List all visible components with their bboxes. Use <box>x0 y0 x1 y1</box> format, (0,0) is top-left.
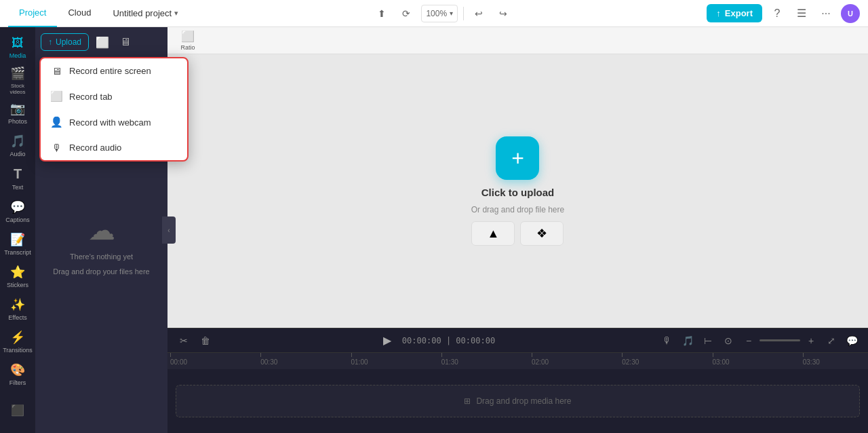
tab-cloud[interactable]: Cloud <box>57 0 102 27</box>
timeline-mic-button[interactable]: 🎙 <box>659 333 675 349</box>
sidebar-item-media[interactable]: 🖼 Media <box>3 33 33 62</box>
timeline-fullscreen-button[interactable]: ⤢ <box>823 333 840 349</box>
sidebar-label-captions: Captions <box>5 216 30 223</box>
time-current: 00:00:00 <box>402 336 441 345</box>
left-panel: ↑ Upload ⬜ 🖥 🖥 Record entire screen ⬜ Re… <box>35 27 167 433</box>
sidebar-item-transcript[interactable]: 📝 Transcript <box>3 229 33 259</box>
sidebar-label-photos: Photos <box>8 118 27 125</box>
export-button[interactable]: ↑ Export <box>707 4 762 22</box>
ruler-mark-0: 00:00 <box>170 353 187 366</box>
sidebar-label-transcript: Transcript <box>4 249 31 256</box>
google-drive-button[interactable]: ▲ <box>471 221 515 246</box>
filters-icon: 🎨 <box>10 362 25 377</box>
topbar-left: Project Cloud Untitled project ▾ <box>8 0 178 27</box>
more-button[interactable]: ··· <box>816 4 835 23</box>
time-total: 00:00:00 <box>456 336 495 345</box>
timeline-split-button[interactable]: ⊢ <box>700 333 716 349</box>
ruler-mark-6: 03:00 <box>713 353 730 366</box>
panel-collapse-handle[interactable]: ‹ <box>162 216 176 244</box>
cloud-upload-icon: ☁ <box>88 214 115 246</box>
time-display: 00:00:00 | 00:00:00 <box>402 336 495 345</box>
project-title: Untitled project <box>113 8 172 18</box>
upload-button[interactable]: ↑ Upload <box>41 33 89 51</box>
drive-icon: ▲ <box>488 227 500 241</box>
upload-plus-button[interactable]: + <box>496 136 539 180</box>
export-label: Export <box>725 8 753 18</box>
zoom-minus-button[interactable]: − <box>741 333 757 349</box>
redo-button[interactable]: ↪ <box>494 4 513 23</box>
move-tool[interactable]: ⟳ <box>397 4 416 23</box>
dropbox-button[interactable]: ❖ <box>520 221 564 246</box>
sidebar-bottom-item[interactable]: ⬛ <box>3 392 33 428</box>
ruler-mark-1: 00:30 <box>260 353 277 366</box>
transitions-icon: ⚡ <box>10 330 25 345</box>
avatar[interactable]: U <box>841 4 860 23</box>
record-tab-label: Record tab <box>69 92 113 102</box>
sidebar-item-stock[interactable]: 🎬 Stockvideos <box>3 65 33 95</box>
timeline-cut-button[interactable]: ✂ <box>176 333 192 349</box>
record-tab-item[interactable]: ⬜ Record tab <box>41 83 187 109</box>
media-icon: 🖼 <box>12 36 24 50</box>
sidebar-item-transitions[interactable]: ⚡ Transitions <box>3 327 33 357</box>
ruler-mark-3: 01:30 <box>441 353 458 366</box>
record-audio-icon: 🎙 <box>50 142 62 153</box>
topbar: Project Cloud Untitled project ▾ ⬆ ⟳ 100… <box>0 0 868 27</box>
zoom-slider[interactable] <box>760 339 800 341</box>
record-audio-label: Record audio <box>69 143 121 153</box>
record-webcam-item[interactable]: 👤 Record with webcam <box>41 109 187 135</box>
sidebar-item-text[interactable]: T Text <box>3 164 33 193</box>
sidebar-label-stickers: Stickers <box>7 282 28 288</box>
ruler-mark-5: 02:30 <box>622 353 639 366</box>
timeline-right-controls: 🎙 🎵 ⊢ ⊙ − + ⤢ 💬 <box>659 333 860 349</box>
timeline: ✂ 🗑 ▶ 00:00:00 | 00:00:00 🎙 🎵 ⊢ ⊙ <box>167 328 868 433</box>
stickers-icon: ⭐ <box>10 265 25 280</box>
sidebar-item-captions[interactable]: 💬 Captions <box>3 196 33 226</box>
record-webcam-icon: 👤 <box>50 116 62 128</box>
upload-zone: + Click to upload Or drag and drop file … <box>471 136 564 246</box>
ratio-button[interactable]: ⬜ Ratio <box>173 29 203 53</box>
timeline-delete-button[interactable]: 🗑 <box>197 333 214 349</box>
time-separator: | <box>446 336 456 345</box>
record-dropdown: 🖥 Record entire screen ⬜ Record tab 👤 Re… <box>39 57 189 162</box>
play-button[interactable]: ▶ <box>378 331 397 350</box>
timeline-center: ▶ 00:00:00 | 00:00:00 <box>378 331 495 350</box>
main-layout: 🖼 Media 🎬 Stockvideos 📷 Photos 🎵 Audio T… <box>0 27 868 433</box>
timeline-tracks: ⊞ Drag and drop media here <box>167 369 868 433</box>
zoom-chevron-icon[interactable]: ▾ <box>450 10 453 17</box>
record-audio-item[interactable]: 🎙 Record audio <box>41 135 187 160</box>
timeline-caption-button[interactable]: 💬 <box>844 333 860 349</box>
captions-icon: 💬 <box>10 200 25 214</box>
timeline-toolbar: ✂ 🗑 ▶ 00:00:00 | 00:00:00 🎙 🎵 ⊢ ⊙ <box>167 328 868 353</box>
sidebar-label-audio: Audio <box>9 151 25 157</box>
sidebar-item-effects[interactable]: ✨ Effects <box>3 295 33 324</box>
timeline-music-button[interactable]: 🎵 <box>679 333 696 349</box>
drag-drop-track[interactable]: ⊞ Drag and drop media here <box>176 385 860 417</box>
record-screen-item[interactable]: 🖥 Record entire screen <box>41 58 187 83</box>
panel-screen-icon[interactable]: 🖥 <box>116 33 135 52</box>
sidebar-item-stickers[interactable]: ⭐ Stickers <box>3 261 33 291</box>
tab-project[interactable]: Project <box>8 0 57 27</box>
upload-title: Click to upload <box>481 187 555 198</box>
photos-icon: 📷 <box>10 101 25 116</box>
upload-icon: ↑ <box>48 37 52 47</box>
chevron-down-icon[interactable]: ▾ <box>174 9 178 18</box>
sidebar-item-photos[interactable]: 📷 Photos <box>3 98 33 128</box>
effects-icon: ✨ <box>10 297 25 312</box>
timeline-settings-button[interactable]: ⊙ <box>720 333 736 349</box>
layout-button[interactable]: ☰ <box>792 4 811 23</box>
timeline-ruler: 00:00 00:30 01:00 01:30 02:00 <box>167 353 868 369</box>
panel-empty-subtext: Drag and drop your files here <box>53 267 149 276</box>
ruler-marks: 00:00 00:30 01:00 01:30 02:00 <box>170 353 865 369</box>
zoom-plus-button[interactable]: + <box>803 333 819 349</box>
upload-label: Upload <box>56 37 81 47</box>
upload-subtitle: Or drag and drop file here <box>471 205 564 214</box>
project-title-group: Untitled project ▾ <box>113 8 178 18</box>
help-button[interactable]: ? <box>768 4 787 23</box>
sidebar-item-audio[interactable]: 🎵 Audio <box>3 131 33 161</box>
pointer-tool[interactable]: ⬆ <box>372 4 391 23</box>
panel-tablet-icon[interactable]: ⬜ <box>93 33 112 52</box>
undo-button[interactable]: ↩ <box>469 4 488 23</box>
record-screen-label: Record entire screen <box>69 66 151 76</box>
drag-drop-text: Drag and drop media here <box>476 396 571 406</box>
sidebar-item-filters[interactable]: 🎨 Filters <box>3 360 33 390</box>
